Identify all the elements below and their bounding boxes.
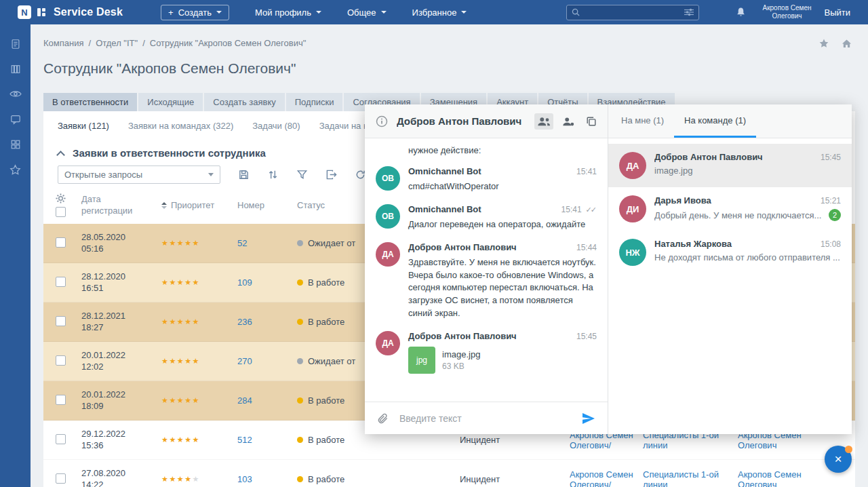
table-row[interactable]: 27.08.202014:22★★★★★103В работеИнцидентА…: [43, 460, 855, 487]
star-icon: ★: [169, 435, 176, 444]
chat-contact-name: Наталья Жаркова: [654, 239, 815, 249]
star-icon: ★: [184, 317, 192, 326]
chat-list-item[interactable]: ДАДобров Антон Павлович15:45image.jpg: [608, 144, 852, 187]
save-icon[interactable]: [238, 169, 250, 180]
info-icon[interactable]: [373, 113, 391, 130]
breadcrumb-item[interactable]: Компания: [43, 38, 84, 48]
menu-favorites[interactable]: Избранное: [412, 7, 467, 18]
status-dot-icon: [297, 437, 303, 443]
star-icon: ★: [184, 435, 192, 444]
request-number-link[interactable]: 270: [237, 356, 252, 366]
chat-message: ОВOmnichannel Bot15:41✓✓Диалог переведен…: [376, 204, 597, 231]
menu-general[interactable]: Общее: [347, 7, 387, 18]
main-tab[interactable]: Подписки: [286, 93, 343, 111]
attach-file-icon[interactable]: [374, 410, 391, 427]
export-icon[interactable]: [326, 169, 337, 180]
chat-list-item[interactable]: ДИДарья Ивова15:21Добрый день. У меня не…: [608, 187, 852, 231]
chat-conversation-pane: Добров Антон Павлович нужное действие: О…: [365, 104, 608, 434]
app-logo[interactable]: N: [18, 5, 31, 19]
attachment-size: 63 KB: [442, 362, 480, 371]
request-number-link[interactable]: 103: [237, 474, 252, 484]
star-icon: ★: [177, 435, 184, 444]
chat-list-item[interactable]: НЖНаталья Жаркова15:08Не доходят письма …: [608, 231, 852, 274]
brand-title: Service Desk: [54, 6, 123, 18]
chat-message: ОВOmnichannel Bot15:41cmd#chatWithOperat…: [376, 166, 597, 193]
global-search-input[interactable]: [584, 7, 680, 17]
request-number-link[interactable]: 52: [237, 238, 247, 248]
gear-icon[interactable]: [56, 193, 66, 203]
message-time: 15:44: [576, 243, 597, 252]
client-link[interactable]: Акропов Семен Олегович/: [570, 469, 633, 487]
row-checkbox[interactable]: [56, 316, 66, 326]
chat-widget: Добров Антон Павлович нужное действие: О…: [365, 104, 852, 434]
request-number-link[interactable]: 236: [237, 317, 252, 327]
sort-icon[interactable]: [267, 169, 279, 180]
request-status: В работе: [297, 435, 460, 445]
message-attachment[interactable]: jpgimage.jpg63 KB: [408, 347, 597, 374]
team-link[interactable]: Специалисты 1-ой линии: [643, 469, 719, 487]
columns-icon[interactable]: [0, 56, 31, 81]
chat-tab[interactable]: На мне (1): [611, 104, 674, 138]
star-icon: ★: [177, 317, 184, 326]
notifications-bell-icon[interactable]: [736, 7, 746, 18]
app-grid-icon[interactable]: [37, 7, 47, 17]
breadcrumb: Компания/Отдел "IT"/Сотрудник "Акропов С…: [43, 38, 306, 48]
select-all-checkbox[interactable]: [56, 207, 66, 217]
row-checkbox[interactable]: [56, 277, 66, 287]
row-checkbox[interactable]: [56, 434, 66, 444]
registration-date: 28.12.202118:27: [81, 311, 161, 334]
chat-tab[interactable]: На команде (1): [674, 104, 756, 138]
main-tab[interactable]: Исходящие: [138, 93, 203, 111]
request-number-link[interactable]: 109: [237, 277, 252, 288]
collapse-chevron-icon[interactable]: [56, 151, 65, 159]
subtab[interactable]: Задачи (80): [252, 121, 300, 131]
row-checkbox[interactable]: [56, 395, 66, 405]
chevron-down-icon: [381, 11, 387, 14]
filter-icon[interactable]: [296, 169, 308, 180]
eye-icon[interactable]: [0, 81, 31, 106]
document-icon[interactable]: [0, 31, 31, 56]
star-icon[interactable]: [0, 157, 31, 182]
row-checkbox[interactable]: [56, 473, 66, 484]
avatar: ДА: [376, 242, 400, 267]
chevron-down-icon: [316, 11, 321, 14]
message-text: cmd#chatWithOperator: [408, 180, 597, 193]
col-header-priority-label: Приоритет: [171, 200, 214, 210]
create-button[interactable]: + Создать: [161, 5, 229, 20]
main-tab[interactable]: В ответственности: [43, 93, 137, 111]
responsible-link[interactable]: Акропов Семен Олегович: [738, 469, 802, 487]
breadcrumb-item[interactable]: Отдел "IT": [96, 38, 138, 48]
assign-person-icon[interactable]: [559, 113, 577, 130]
send-icon[interactable]: [579, 410, 598, 427]
subtab[interactable]: Заявки на командах (322): [128, 121, 233, 131]
request-number-link[interactable]: 512: [237, 435, 252, 445]
chat-fab-button[interactable]: ×: [825, 446, 852, 473]
breadcrumb-item[interactable]: Сотрудник "Акропов Семен Олегович": [150, 38, 307, 48]
current-user-name[interactable]: Акропов Семен Олегович: [762, 4, 812, 21]
chat-message-input[interactable]: [399, 413, 571, 424]
favorite-star-icon[interactable]: [818, 38, 829, 48]
home-icon[interactable]: [842, 39, 852, 48]
menu-my-profile[interactable]: Мой профиль: [255, 7, 321, 18]
col-header-date[interactable]: Дата регистрации: [81, 194, 141, 216]
filter-select[interactable]: Открытые запросы: [58, 165, 220, 184]
breadcrumb-separator: /: [89, 38, 92, 48]
search-settings-icon[interactable]: [684, 8, 694, 16]
col-header-number[interactable]: Номер: [237, 200, 297, 210]
participants-icon[interactable]: [534, 113, 553, 130]
col-header-priority[interactable]: Приоритет: [161, 200, 237, 210]
row-checkbox[interactable]: [56, 355, 66, 366]
message-author: Добров Антон Павлович: [408, 331, 572, 341]
chat-preview: Не доходят письма от любого отправителя …: [654, 252, 841, 262]
star-icon: ★: [177, 278, 184, 286]
chat-icon[interactable]: [0, 106, 31, 132]
avatar: ДА: [619, 152, 646, 179]
registration-date: 20.01.202218:09: [81, 389, 161, 412]
logout-button[interactable]: Выйти: [825, 7, 851, 18]
subtab[interactable]: Заявки (121): [58, 121, 109, 131]
main-tab[interactable]: Создать заявку: [204, 93, 285, 111]
apps-grid-icon[interactable]: [0, 132, 31, 157]
copy-chat-icon[interactable]: [583, 113, 599, 130]
request-number-link[interactable]: 284: [237, 395, 252, 406]
row-checkbox[interactable]: [56, 237, 66, 248]
